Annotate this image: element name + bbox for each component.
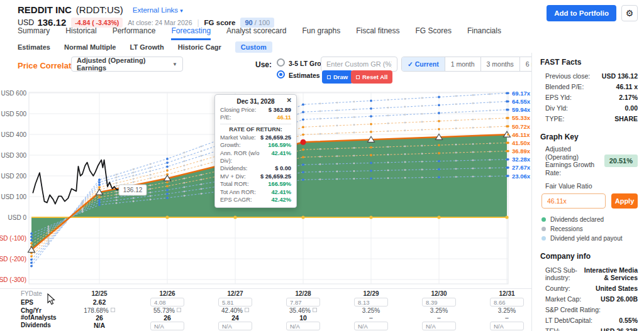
tab-summary[interactable]: Summary [18, 26, 50, 40]
reset-all-button[interactable]: Reset All [351, 70, 392, 84]
sidebar-row-label: S&P Credit Rating: [545, 306, 601, 313]
tooltip-row-label: Ann. ROR (w/o Div): [220, 149, 271, 165]
tab-analyst-scorecard[interactable]: Analyst scorecard [226, 26, 286, 40]
chg-checkbox[interactable] [245, 308, 249, 312]
eps-input[interactable] [490, 298, 524, 307]
eps-input[interactable] [354, 298, 388, 307]
quarter-dot [184, 169, 186, 171]
pe-label-dot [507, 100, 509, 103]
quarter-dot [336, 155, 338, 157]
tab-fun-graphs[interactable]: Fun graphs [302, 26, 340, 40]
tooltip-row-label: Total ROR: [220, 180, 248, 188]
quarter-dot [319, 178, 321, 180]
quarter-dot [472, 111, 474, 112]
tooltip-row-value: $ 26,659.25 [260, 173, 291, 180]
period-label: 3 months [487, 60, 514, 68]
custom-gr-input[interactable] [321, 57, 397, 72]
sidebar-row: TEV:USD 26.32B [540, 325, 638, 331]
period-1-month[interactable]: 1 month [445, 57, 480, 71]
chg-checkbox[interactable] [313, 308, 317, 312]
subtab-historic-cagr[interactable]: Historic Cagr [178, 41, 221, 53]
pe-label-dot [507, 158, 509, 161]
quarter-dot [472, 160, 474, 161]
draw-button[interactable]: Draw [322, 70, 353, 84]
quarter-dot [201, 146, 203, 148]
sidebar-row-label: LT Debt/Capital: [545, 317, 592, 324]
tab-forecasting[interactable]: Forecasting [171, 26, 211, 40]
tab-fiscal-fitness[interactable]: Fiscal fitness [356, 26, 399, 40]
period-3-months[interactable]: 3 months [480, 57, 519, 71]
fy-date: 12/29 [343, 290, 399, 297]
chg-checkbox[interactable] [177, 308, 181, 312]
sidebar-row-label: Market Cap: [545, 295, 581, 303]
eps-input[interactable] [218, 298, 252, 307]
correlation-dropdown[interactable]: Adjusted (Operating) Earnings ▼ [71, 57, 183, 72]
quarter-dot [184, 195, 186, 197]
sidebar-row-value: SHARE [614, 115, 638, 122]
fair-value-input[interactable] [541, 193, 606, 209]
subtab-custom[interactable]: Custom [235, 41, 272, 53]
subtab-lt-growth[interactable]: LT Growth [130, 41, 164, 53]
quarter-dot [201, 178, 203, 180]
quarter-dot [353, 155, 355, 156]
tooltip-row: Total ROR:166.59% [220, 180, 291, 188]
quarter-dot [133, 168, 135, 170]
selected-point[interactable] [301, 139, 306, 145]
chg-checkbox[interactable] [111, 308, 115, 312]
quarter-dot [455, 176, 457, 178]
year-dot [370, 177, 372, 180]
dividend-input[interactable] [354, 322, 388, 330]
dividend-input[interactable] [490, 322, 524, 330]
year-dot [302, 171, 304, 173]
analyst-count: 10 [275, 314, 331, 322]
tab-performance[interactable]: Performance [113, 26, 156, 40]
radio-estimates[interactable] [277, 70, 285, 79]
year-dot [302, 148, 304, 151]
fair-value-row: Apply [540, 193, 638, 209]
tooltip-price-rows: Closing Price:$ 362.89P/E:46.11 [220, 106, 291, 122]
quarter-dot [184, 190, 186, 192]
tooltip-row-value: 166.59% [268, 180, 291, 188]
dividend-input[interactable] [218, 322, 252, 330]
year-dot [370, 162, 372, 165]
year-dot [438, 104, 440, 106]
sidebar-row: Div Yld:0.00 [540, 102, 638, 113]
tab-financials[interactable]: Financials [467, 26, 501, 40]
tab-historical[interactable]: Historical [65, 26, 96, 40]
period-current[interactable]: ✓ Current [402, 57, 445, 71]
eps-input[interactable] [150, 298, 184, 307]
radio-lt-growth[interactable] [277, 58, 285, 67]
dividend-input[interactable] [286, 322, 320, 330]
close-icon[interactable]: ✕ [287, 97, 292, 104]
pe-multiple-label: 27.67x [512, 164, 531, 171]
settings-button[interactable]: ⚙ [621, 5, 638, 21]
quarter-dot [489, 159, 491, 161]
tooltip-row-label: Market Value: [220, 134, 256, 141]
year-dot [166, 165, 169, 168]
dividend-input[interactable] [422, 322, 456, 330]
dividend-value: N/A [71, 322, 128, 329]
draw-button-label: Draw [333, 73, 348, 80]
quarter-dot [387, 154, 389, 156]
year-dot [302, 156, 304, 158]
add-to-portfolio-button[interactable]: Add to Portfolio [547, 5, 616, 21]
legend-item: Dividend yield and payout [541, 234, 638, 243]
tab-fg-scores[interactable]: FG Scores [416, 26, 452, 40]
quarter-dot [404, 146, 406, 148]
subtab-normal-multiple[interactable]: Normal Multiple [64, 41, 116, 53]
fg-score-label: FG score [204, 19, 236, 26]
subtab-estimates[interactable]: Estimates [18, 41, 50, 53]
dividend-input[interactable] [150, 322, 184, 330]
apply-button[interactable]: Apply [611, 193, 638, 209]
year-dot [302, 163, 304, 166]
quarter-dot [387, 107, 389, 109]
quarter-dot [184, 156, 186, 158]
external-links-menu[interactable]: External Links ▾ [133, 6, 183, 14]
eps-value: 2.62 [71, 298, 128, 306]
eps-input[interactable] [286, 298, 320, 307]
eps-input[interactable] [422, 298, 456, 307]
year-dot [30, 239, 33, 241]
quarter-dot [184, 182, 186, 184]
sidebar-row-label: TEV: [545, 327, 560, 331]
tooltip-row: MV + Div:$ 26,659.25 [220, 173, 291, 180]
